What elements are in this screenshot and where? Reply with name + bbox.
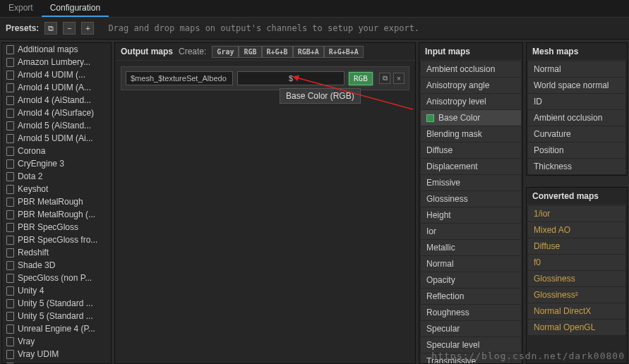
- input-map-item[interactable]: Ambient occlusion: [421, 61, 521, 77]
- map-suffix-input[interactable]: [237, 71, 345, 85]
- preset-item[interactable]: Vray: [2, 335, 111, 348]
- presets-label: Presets:: [6, 23, 39, 33]
- converted-map-item[interactable]: Glossiness: [528, 271, 625, 286]
- document-icon: [6, 159, 14, 169]
- input-map-item[interactable]: Emissive: [421, 175, 521, 190]
- create-rgb-button[interactable]: RGB: [239, 46, 261, 58]
- tab-configuration[interactable]: Configuration: [42, 0, 109, 17]
- preset-item[interactable]: PBR SpecGloss fro...: [2, 233, 111, 246]
- input-map-item[interactable]: Metallic: [421, 240, 521, 255]
- copy-preset-button[interactable]: ⧉: [44, 22, 57, 35]
- document-icon: [6, 337, 14, 346]
- converted-map-item[interactable]: f0: [528, 255, 625, 270]
- preset-label: Arnold 4 UDIM (A...: [18, 83, 91, 92]
- preset-label: Redshift: [18, 248, 49, 257]
- preset-item[interactable]: Redshift: [2, 246, 111, 259]
- output-map-row: RGB ⧉ × Base Color (RGB): [121, 66, 409, 90]
- create-gray-button[interactable]: Gray: [212, 46, 239, 58]
- remove-row-button[interactable]: ×: [393, 73, 405, 84]
- mesh-map-item[interactable]: World space normal: [528, 78, 625, 93]
- input-map-item[interactable]: Specular: [421, 321, 521, 336]
- create-rgba-button[interactable]: RGB+A: [293, 46, 324, 58]
- preset-label: PBR SpecGloss fro...: [18, 235, 97, 245]
- config-icon[interactable]: ⧉: [379, 73, 390, 84]
- input-map-item[interactable]: Ior: [421, 224, 521, 239]
- preset-item[interactable]: PBR SpecGloss: [2, 221, 111, 233]
- document-icon: [6, 185, 14, 194]
- input-map-item[interactable]: Transmissive: [421, 353, 521, 363]
- preset-item[interactable]: Arnold 4 UDIM (A...: [2, 81, 111, 94]
- preset-item[interactable]: Unreal Engine 4 (P...: [2, 322, 111, 335]
- preset-item[interactable]: Keyshot: [2, 183, 111, 195]
- converted-maps-panel: Converted maps 1/iorMixed AODiffusef0Glo…: [526, 187, 628, 364]
- plus-icon: +: [85, 24, 90, 32]
- preset-item[interactable]: Arnold 4 (AlSurface): [2, 107, 111, 119]
- preset-item[interactable]: Arnold 5 UDIM (Ai...: [2, 132, 111, 145]
- color-swatch: [426, 114, 434, 122]
- preset-item[interactable]: Unity 5 (Standard ...: [2, 297, 111, 310]
- preset-item[interactable]: Unity 4: [2, 284, 111, 297]
- preset-item[interactable]: unity2017: [2, 360, 111, 363]
- preset-label: Dota 2: [18, 171, 42, 181]
- minus-icon: −: [67, 24, 71, 32]
- rgb-chip[interactable]: RGB: [349, 72, 373, 85]
- input-map-item[interactable]: Roughness: [421, 305, 521, 320]
- input-map-item[interactable]: Normal: [421, 256, 521, 272]
- mesh-map-item[interactable]: Thickness: [528, 159, 625, 174]
- preset-item[interactable]: PBR MetalRough: [2, 195, 111, 208]
- create-rgba-button[interactable]: R+G+B+A: [324, 46, 364, 58]
- converted-map-item[interactable]: Mixed AO: [528, 222, 625, 238]
- preset-item[interactable]: Unity 5 (Standard ...: [2, 310, 111, 322]
- converted-map-item[interactable]: Diffuse: [528, 238, 625, 254]
- preset-item[interactable]: PBR MetalRough (...: [2, 208, 111, 221]
- input-map-item[interactable]: Displacement: [421, 159, 521, 174]
- preset-item[interactable]: Vray UDIM: [2, 348, 111, 360]
- converted-map-item[interactable]: Normal DirectX: [528, 303, 625, 319]
- input-map-item[interactable]: Diffuse: [421, 142, 521, 158]
- preset-label: unity2017: [18, 362, 54, 363]
- presets-list[interactable]: Additional mapsAmazon Lumbery...Arnold 4…: [2, 43, 111, 363]
- mesh-map-item[interactable]: Position: [528, 142, 625, 158]
- preset-item[interactable]: Corona: [2, 145, 111, 157]
- preset-item[interactable]: Arnold 4 UDIM (...: [2, 68, 111, 81]
- input-map-item[interactable]: Glossiness: [421, 191, 521, 207]
- add-preset-button[interactable]: +: [81, 22, 94, 35]
- input-map-item[interactable]: Anisotropy level: [421, 94, 521, 109]
- remove-preset-button[interactable]: −: [63, 22, 76, 35]
- preset-label: Amazon Lumbery...: [18, 57, 90, 67]
- mesh-maps-header: Mesh maps: [532, 47, 578, 56]
- preset-item[interactable]: Arnold 4 (AiStand...: [2, 94, 111, 107]
- mesh-map-item[interactable]: ID: [528, 94, 625, 109]
- mesh-map-item[interactable]: Curvature: [528, 126, 625, 142]
- preset-label: PBR MetalRough (...: [18, 210, 95, 219]
- map-name-input[interactable]: [126, 71, 233, 85]
- input-map-item[interactable]: Blending mask: [421, 126, 521, 142]
- document-icon: [6, 350, 14, 359]
- preset-label: PBR MetalRough: [18, 197, 83, 207]
- preset-item[interactable]: Amazon Lumbery...: [2, 56, 111, 68]
- input-map-item[interactable]: Anisotropy angle: [421, 78, 521, 93]
- preset-item[interactable]: Dota 2: [2, 170, 111, 183]
- channel-slot[interactable]: RGB: [349, 71, 375, 85]
- preset-item[interactable]: SpecGloss (non P...: [2, 272, 111, 284]
- preset-item[interactable]: Additional maps: [2, 43, 111, 56]
- converted-map-item[interactable]: 1/ior: [528, 206, 625, 222]
- preset-item[interactable]: Arnold 5 (AiStand...: [2, 119, 111, 132]
- input-map-item[interactable]: Opacity: [421, 272, 521, 288]
- preset-label: SpecGloss (non P...: [18, 273, 92, 283]
- input-map-item[interactable]: Reflection: [421, 289, 521, 304]
- preset-item[interactable]: CryEngine 3: [2, 157, 111, 170]
- document-icon: [6, 172, 14, 181]
- converted-map-item[interactable]: Glossiness²: [528, 287, 625, 303]
- tab-export[interactable]: Export: [0, 0, 42, 17]
- input-map-item[interactable]: Base Color: [421, 110, 521, 126]
- mesh-map-item[interactable]: Normal: [528, 61, 625, 77]
- mesh-map-item[interactable]: Ambient occlusion: [528, 110, 625, 126]
- converted-map-item[interactable]: Normal OpenGL: [528, 320, 625, 335]
- create-rgb-button[interactable]: R+G+B: [262, 46, 293, 58]
- document-icon: [6, 198, 14, 207]
- input-map-item[interactable]: Specular level: [421, 337, 521, 353]
- document-icon: [6, 312, 14, 321]
- preset-item[interactable]: Shade 3D: [2, 259, 111, 272]
- input-map-item[interactable]: Height: [421, 207, 521, 223]
